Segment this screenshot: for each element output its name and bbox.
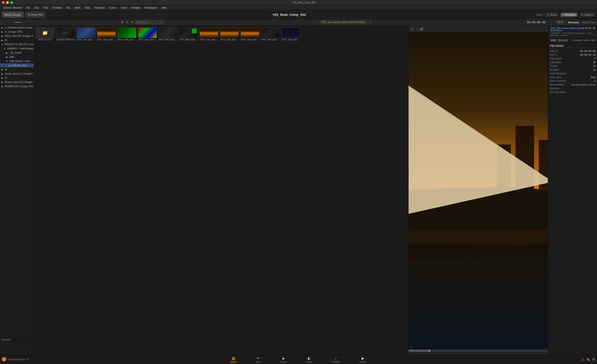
tree-item-d-drive[interactable]: ▶ D\: bbox=[0, 76, 33, 80]
media-thumb-exr[interactable]: EXR U[10000-10250].exr bbox=[56, 27, 75, 41]
nav-deliver[interactable]: ▶ Deliver bbox=[357, 355, 369, 364]
media-thumb-resolve-out[interactable]: 📁 rESOLVE OUT bbox=[36, 27, 54, 41]
collapse-icon: ▶ bbox=[1, 27, 4, 29]
media-storage-button[interactable]: Media Storage bbox=[2, 12, 24, 18]
nav-edit[interactable]: ✂ Edit bbox=[253, 355, 263, 364]
media-thumb-passes-v5[interactable]: TEST_with_passes_V... bbox=[241, 27, 259, 41]
preview-settings-btn[interactable]: ⚙ bbox=[410, 27, 415, 31]
media-thumb-passes-b[interactable]: TEST_with_passes_B... bbox=[97, 27, 116, 41]
nav-fairlight[interactable]: ♪ Fairlight bbox=[329, 355, 343, 364]
clone-tool-button[interactable]: ⊕ Clone Tool bbox=[25, 12, 45, 18]
collapse-icon: ▼ bbox=[1, 43, 4, 46]
menu-item-davinci-resolve[interactable]: DaVinci Resolve bbox=[1, 6, 24, 9]
settings-button[interactable]: ⚙ bbox=[130, 20, 134, 24]
left-panel: ▶ LJ_Resolve media (Usage: 0%) ▶ C\: (Us… bbox=[0, 26, 34, 361]
collapse-icon: ▶ bbox=[1, 35, 4, 37]
grid-view-button[interactable]: ⊞ bbox=[120, 20, 124, 24]
tree-item-stills[interactable]: ▶ Stills bbox=[0, 55, 33, 59]
media-thumb-passes-v3[interactable]: TEST_with_passes_V... bbox=[200, 27, 218, 41]
nav-color[interactable]: ◐ Color bbox=[304, 355, 315, 364]
tree-item-library-dave[interactable]: ▶ Library_Dave (L\:) (Usage: 63%) bbox=[0, 72, 33, 76]
detail-start-frame: Start Frame 0 bbox=[550, 57, 596, 61]
tree-item-projects-nas[interactable]: ▼ PROJECTS_NAS (P\:) (Usage: 63%) bbox=[0, 42, 33, 47]
tree-item-folio-rework[interactable]: ▼ Folio Rework - Hero bbox=[0, 59, 33, 63]
collapse-icon: ▼ bbox=[4, 47, 6, 50]
thumb-image bbox=[220, 27, 239, 38]
minimize-button[interactable] bbox=[6, 1, 9, 4]
menu-item-workspace[interactable]: Workspace bbox=[142, 6, 159, 9]
top-toolbar: Media Storage ⊕ Clone Tool V02_Boat_Comp… bbox=[0, 10, 597, 19]
preview-slider[interactable]: ━━●━━ bbox=[15, 21, 22, 24]
title-bar: V02_Boat_Comp_002 bbox=[0, 0, 597, 5]
metadata-icon: ≡ bbox=[563, 13, 564, 16]
preview-scrub-bar[interactable] bbox=[408, 349, 548, 352]
menu-item-file[interactable]: File bbox=[24, 6, 32, 9]
tree-item-90-output[interactable]: ▶ _90_Output bbox=[0, 51, 33, 55]
detail-end-tc: End TC 00:00:01:10 bbox=[550, 53, 596, 57]
search-input[interactable] bbox=[135, 20, 163, 24]
menu-item-mark[interactable]: Mark bbox=[73, 6, 82, 9]
fit-dropdown[interactable]: Fit ▼ bbox=[556, 20, 565, 24]
capture-module-button[interactable]: ⊙ Capture bbox=[579, 12, 595, 17]
detail-keykode: KeyKode bbox=[550, 87, 596, 90]
media-thumb-passes-v1[interactable]: TEST_with_passes_V... bbox=[138, 27, 157, 41]
tree-item-frames[interactable]: ▶ FRAMES (R\:) (Usage: 6%) bbox=[0, 84, 33, 88]
collapse-icon: ▶ bbox=[1, 85, 4, 88]
tree-item-lj-resolve[interactable]: ▶ LJ_Resolve media (Usage: 0%) bbox=[0, 26, 33, 30]
audio-toggle-btn[interactable]: 🔊 bbox=[419, 27, 424, 31]
media-pool-tab-label[interactable]: Media Pool bbox=[582, 21, 595, 24]
media-thumb-passes-a[interactable]: TEST_with_passes_A... bbox=[77, 27, 95, 41]
tree-item-dave-nas[interactable]: ▶ DAVE_NAS (D\:) (Usage: 63%) bbox=[0, 34, 33, 38]
collapse-icon: ▶ bbox=[1, 69, 4, 71]
tree-item-e-drive[interactable]: ▶ E\: bbox=[0, 38, 33, 42]
list-view-button[interactable]: ☰ bbox=[125, 20, 129, 24]
tree-item-c-drive[interactable]: ▶ C\: (Usage: 52%) bbox=[0, 30, 33, 34]
nav-media[interactable]: ▦ Media bbox=[228, 355, 239, 364]
media-thumb-passes-v7[interactable]: TEST_with_passes_V... bbox=[282, 27, 300, 41]
nav-fusion[interactable]: ◈ Fusion bbox=[277, 355, 290, 364]
menu-item-edit[interactable]: Edit bbox=[33, 6, 41, 9]
media-thumb-passes-v2[interactable]: TEST_with_passes_V... bbox=[179, 27, 198, 41]
metadata-module-button[interactable]: ≡ Metadata bbox=[561, 13, 577, 17]
collapse-icon: ▶ bbox=[1, 31, 4, 33]
scrub-handle[interactable] bbox=[430, 349, 430, 352]
capture-icon: ⊙ bbox=[581, 13, 583, 16]
audio-module-button[interactable]: 🎵 Audio bbox=[544, 12, 558, 17]
tree-item-18060001[interactable]: ▼ 18060001 - Oneil Edward & Mary bbox=[0, 47, 33, 51]
media-thumb-passes-r[interactable]: TEST_with_passes_R... bbox=[159, 27, 177, 41]
detail-date-modified: Date Modified Sat Feb 16 2019 11:20:17 bbox=[550, 83, 596, 87]
menu-item-color[interactable]: Color bbox=[119, 6, 129, 9]
fit-dropdown-arrow: ▼ bbox=[561, 21, 563, 24]
clip-details-section: Clip Details Start TC 00:00:00:00 End TC… bbox=[548, 43, 597, 361]
metadata-tab-label[interactable]: Metadata bbox=[568, 21, 579, 24]
media-thumb-passes-g[interactable]: TEST_with_passes_G... bbox=[118, 27, 136, 41]
preview-controls-bar: ━━●━━ bbox=[2, 21, 34, 24]
thumb-image bbox=[200, 27, 218, 38]
menu-item-clip[interactable]: Clip bbox=[64, 6, 72, 9]
menu-item-fusion[interactable]: Fusion bbox=[107, 6, 118, 9]
menu-item-view[interactable]: View bbox=[83, 6, 92, 9]
tree-item-h-drive[interactable]: ▶ H\: bbox=[0, 68, 33, 72]
tree-item-photos-dave[interactable]: ▶ Photos_Dave (P\:) (Usage: 63%) bbox=[0, 80, 33, 84]
menu-item-trim[interactable]: Trim bbox=[41, 6, 50, 9]
clip-dropdown-icon[interactable]: ▼ bbox=[369, 21, 371, 24]
collapse-icon: ▶ bbox=[1, 77, 4, 79]
media-thumb-passes-v4[interactable]: TEST_with_passes_V... bbox=[220, 27, 239, 41]
color-nav-icon: ◐ bbox=[307, 356, 311, 361]
media-thumb-passes-v6[interactable]: TEST_with_passes_V... bbox=[261, 27, 280, 41]
preview-timecode-overlay: ▶ bbox=[410, 346, 412, 348]
tree-item-v02-ani-test[interactable]: ▶ V02_Ani_test bbox=[0, 63, 33, 68]
window-controls[interactable] bbox=[2, 1, 13, 4]
collapse-icon: ▶ bbox=[1, 39, 4, 41]
media-nav-icon: ▦ bbox=[232, 356, 235, 361]
maximize-button[interactable] bbox=[10, 1, 13, 4]
thumb-image bbox=[77, 27, 95, 38]
bookmark-icon: 🔖 bbox=[586, 357, 590, 361]
menu-item-fairlight[interactable]: Fairlight bbox=[129, 6, 142, 9]
menu-item-playback[interactable]: Playback bbox=[93, 6, 107, 9]
menu-item-timeline[interactable]: Timeline bbox=[51, 6, 64, 9]
current-clip-name[interactable]: TEST_with_passes_Bloom.[0000-0034].exr bbox=[319, 20, 367, 24]
detail-audio-channels: Audio Channels 0 bbox=[550, 79, 596, 83]
menu-item-help[interactable]: Help bbox=[160, 6, 169, 9]
close-button[interactable] bbox=[2, 1, 5, 4]
